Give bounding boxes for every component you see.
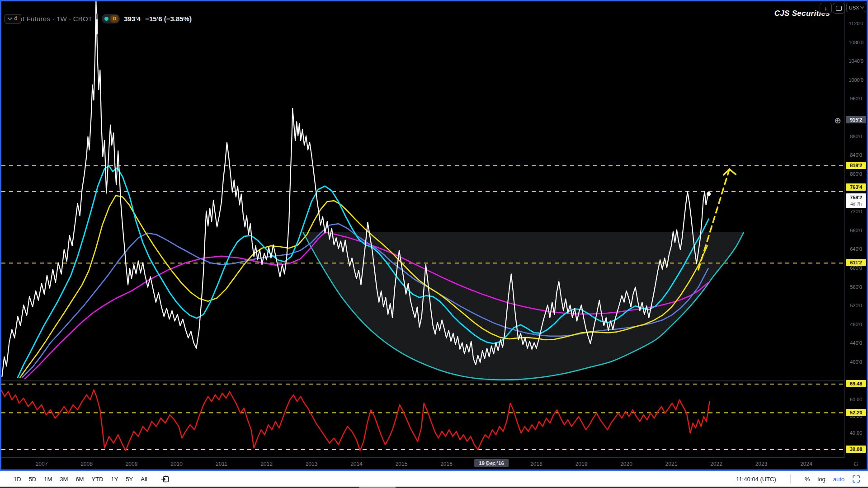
time-axis-year[interactable]: 2024	[800, 461, 812, 467]
market-status-pill[interactable]: D	[102, 14, 120, 23]
price-axis-tick: 400'0	[845, 359, 867, 365]
auto-scale-button[interactable]: auto	[833, 476, 844, 483]
time-axis-year[interactable]: 2023	[755, 461, 768, 467]
toolbar-right-group: 11:40:04 (UTC) % log auto	[736, 474, 868, 483]
time-axis-year[interactable]: 2022	[710, 461, 722, 467]
toolbar-divider	[790, 474, 791, 483]
countdown-timer: 4d 7h	[846, 201, 866, 207]
go-to-date-button[interactable]	[160, 474, 170, 484]
price-axis-tick: 800'0	[845, 171, 867, 177]
percent-scale-button[interactable]: %	[805, 476, 810, 483]
price-axis-tick: 640'0	[845, 246, 867, 252]
time-axis-year[interactable]: 2013	[306, 461, 318, 467]
last-price-dot	[707, 192, 711, 196]
time-axis-year[interactable]: 2018	[530, 461, 542, 467]
rsi-axis-tick: 40.00	[845, 430, 867, 436]
time-axis-year[interactable]: 2019	[576, 461, 588, 467]
market-status-icon	[104, 17, 108, 21]
rsi-axis-tick: 60.00	[845, 397, 867, 402]
price-readout: 393'4 −15'6 (−3.85%)	[124, 15, 192, 23]
range-button-ytd[interactable]: YTD	[91, 476, 103, 483]
log-scale-button[interactable]: log	[817, 476, 825, 483]
time-axis-year[interactable]: 2021	[665, 461, 678, 467]
price-axis-badge: 763'4	[846, 183, 866, 191]
range-button-5y[interactable]: 5Y	[126, 476, 133, 483]
time-axis-year[interactable]: 2015	[396, 461, 408, 467]
time-axis-year[interactable]: 2020	[620, 461, 632, 467]
price-axis-tick: 1040'0	[845, 58, 867, 64]
add-alert-icon[interactable]: ⊕	[833, 116, 842, 125]
price-axis-tick: 720'0	[845, 209, 867, 214]
toolbar-divider	[154, 474, 154, 483]
time-axis-year[interactable]: 2007	[36, 461, 48, 467]
chevron-down-icon	[860, 5, 864, 9]
price-change-value: −15'6 (−3.85%)	[145, 15, 192, 23]
chart-canvas[interactable]	[0, 0, 844, 470]
symbol-legend: Wheat Futures · 1W · CBOT D 393'4 −15'6 …	[5, 3, 192, 34]
price-axis-badge: 758'24d 7h	[846, 193, 866, 207]
time-axis-year[interactable]: 2017	[486, 461, 498, 467]
price-axis-tick: 880'0	[845, 134, 867, 139]
download-icon: ↓	[824, 5, 827, 12]
time-axis-year[interactable]: 2009	[126, 461, 138, 467]
price-unit-label: USX	[849, 5, 859, 10]
session-clock[interactable]: 11:40:04 (UTC)	[736, 476, 776, 483]
rsi-axis-badge: 30.08	[846, 446, 866, 453]
projection-arrowhead-right	[729, 169, 736, 174]
price-axis-tick: 480'0	[845, 322, 867, 327]
legend-divider	[96, 14, 98, 34]
last-price-value: 393'4	[124, 15, 141, 23]
window-border	[0, 469, 868, 471]
delayed-data-icon: D	[110, 15, 118, 23]
price-unit-dropdown[interactable]: USX	[846, 3, 866, 12]
indicator-count: 4	[14, 15, 17, 22]
range-button-1d[interactable]: 1D	[14, 476, 21, 483]
time-axis-year[interactable]: 2014	[350, 461, 363, 467]
time-axis-year[interactable]: 2012	[260, 461, 273, 467]
window-border	[0, 0, 868, 1]
go-to-date-icon	[160, 474, 170, 484]
range-button-1m[interactable]: 1M	[44, 476, 52, 483]
maximize-icon	[836, 6, 842, 11]
price-axis-tick: 520'0	[845, 303, 867, 308]
download-button[interactable]: ↓	[820, 3, 832, 14]
maximize-button[interactable]	[833, 3, 845, 14]
range-button-1y[interactable]: 1Y	[111, 476, 118, 483]
chevron-down-icon	[8, 16, 12, 19]
price-axis-badge: 915'2	[846, 116, 866, 123]
axis-settings-corner[interactable]: ☼	[845, 458, 867, 469]
price-axis-tick: 1120'0	[845, 21, 867, 26]
price-axis-tick: 1000'0	[845, 77, 867, 83]
time-axis[interactable]: 19 Dec '16 20072008200920102011201220132…	[0, 457, 844, 470]
price-axis[interactable]: USX 1120'01080'01040'01000'0960'0880'084…	[844, 0, 867, 457]
range-button-group: 1D5D1M3M6MYTD1Y5YAll	[0, 476, 147, 483]
window-border	[0, 0, 1, 471]
range-button-5d[interactable]: 5D	[29, 476, 37, 483]
fullscreen-icon[interactable]	[852, 475, 860, 483]
trading-app-window: Wheat Futures · 1W · CBOT D 393'4 −15'6 …	[0, 0, 868, 488]
time-axis-year[interactable]: 2011	[216, 461, 227, 467]
price-line	[2, 0, 708, 376]
bottom-toolbar: 1D5D1M3M6MYTD1Y5YAll 11:40:04 (UTC) % lo…	[0, 471, 868, 487]
gear-icon: ☼	[852, 459, 859, 468]
indicators-collapse-button[interactable]: 4	[5, 14, 21, 23]
range-button-6m[interactable]: 6M	[75, 476, 84, 483]
price-axis-tick: 1080'0	[845, 40, 867, 45]
rsi-axis-badge: 52.20	[846, 409, 866, 416]
rsi-axis-badge: 69.48	[846, 380, 866, 387]
price-axis-tick: 440'0	[845, 340, 867, 346]
price-axis-badge: 818'2	[846, 162, 866, 169]
time-axis-year[interactable]: 2008	[80, 461, 93, 467]
price-axis-tick: 560'0	[845, 284, 867, 290]
price-axis-badge: 611'2	[846, 259, 866, 266]
range-button-all[interactable]: All	[141, 476, 147, 483]
price-axis-tick: 840'0	[845, 152, 867, 158]
price-axis-tick: 680'0	[845, 228, 867, 233]
rsi-line	[1, 390, 709, 450]
time-axis-year[interactable]: 2010	[170, 461, 183, 467]
time-axis-year[interactable]: 2016	[440, 461, 453, 467]
price-axis-tick: 960'0	[845, 96, 867, 101]
range-button-3m[interactable]: 3M	[60, 476, 68, 483]
